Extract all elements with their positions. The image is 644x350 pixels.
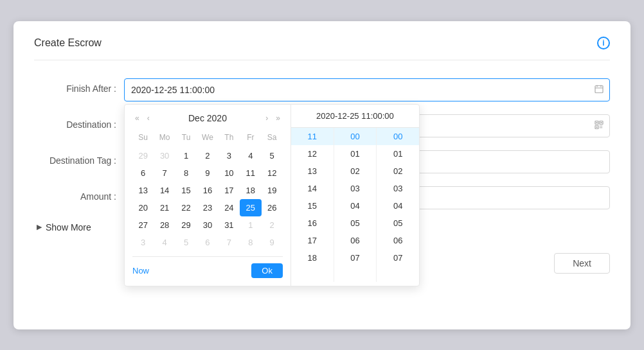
hours-col: 1112131415161718 xyxy=(291,128,334,282)
qr-icon[interactable] xyxy=(595,120,604,131)
cal-day[interactable]: 22 xyxy=(175,199,197,216)
cal-day[interactable]: 27 xyxy=(132,216,154,234)
cal-day[interactable]: 21 xyxy=(154,199,175,216)
calendar-icon[interactable] xyxy=(595,84,604,95)
cal-footer: Now Ok xyxy=(132,256,283,278)
next-btn-cal[interactable]: › xyxy=(263,112,271,124)
card-header: Create Escrow i xyxy=(34,37,610,60)
cal-day[interactable]: 16 xyxy=(197,182,218,199)
cal-day[interactable]: 1 xyxy=(175,147,197,164)
time-item[interactable]: 00 xyxy=(377,128,419,145)
time-item[interactable]: 13 xyxy=(291,162,334,180)
cal-day[interactable]: 25 xyxy=(240,199,261,216)
cal-day[interactable]: 6 xyxy=(132,164,154,182)
ok-btn[interactable]: Ok xyxy=(251,263,283,278)
weekday-label: Th xyxy=(219,130,240,144)
cal-day[interactable]: 9 xyxy=(197,164,218,182)
cal-day[interactable]: 4 xyxy=(154,234,175,251)
svg-rect-7 xyxy=(596,122,598,123)
cal-day[interactable]: 2 xyxy=(197,147,218,164)
time-item[interactable]: 05 xyxy=(377,214,419,232)
cal-day[interactable]: 19 xyxy=(262,182,283,199)
cal-day[interactable]: 3 xyxy=(219,147,240,164)
cal-day[interactable]: 13 xyxy=(132,182,154,199)
now-btn[interactable]: Now xyxy=(132,266,149,276)
cal-day[interactable]: 7 xyxy=(219,234,240,251)
cal-day[interactable]: 5 xyxy=(262,147,283,164)
prev-btn[interactable]: ‹ xyxy=(145,112,152,124)
weekday-label: Su xyxy=(132,130,154,144)
cal-day[interactable]: 6 xyxy=(197,234,218,251)
svg-rect-11 xyxy=(602,125,603,127)
time-item[interactable]: 04 xyxy=(377,197,419,214)
cal-weekdays: SuMoTuWeThFrSa xyxy=(132,130,283,144)
time-item[interactable]: 17 xyxy=(291,232,334,249)
cal-nav: « ‹ Dec 2020 › » xyxy=(132,112,283,124)
weekday-label: Mo xyxy=(154,130,175,144)
time-item[interactable]: 14 xyxy=(291,180,334,197)
cal-day[interactable]: 30 xyxy=(197,216,218,234)
cal-day[interactable]: 3 xyxy=(132,234,154,251)
cal-day[interactable]: 11 xyxy=(240,164,261,182)
cal-day[interactable]: 9 xyxy=(262,234,283,251)
cal-day[interactable]: 30 xyxy=(154,147,175,164)
time-item[interactable]: 00 xyxy=(334,128,377,145)
time-item[interactable]: 01 xyxy=(377,145,419,162)
time-item[interactable]: 03 xyxy=(334,180,377,197)
time-item[interactable]: 07 xyxy=(377,249,419,267)
destination-tag-label: Destination Tag : xyxy=(34,150,124,166)
time-item[interactable]: 04 xyxy=(334,197,377,214)
weekday-label: Tu xyxy=(175,130,197,144)
cal-day[interactable]: 24 xyxy=(219,199,240,216)
cal-day[interactable]: 12 xyxy=(262,164,283,182)
cal-day[interactable]: 4 xyxy=(240,147,261,164)
cal-day[interactable]: 20 xyxy=(132,199,154,216)
time-item[interactable]: 05 xyxy=(334,214,377,232)
show-more-label: Show More xyxy=(46,222,91,232)
cal-day[interactable]: 14 xyxy=(154,182,175,199)
time-item[interactable]: 18 xyxy=(291,249,334,267)
cal-day[interactable]: 15 xyxy=(175,182,197,199)
time-item[interactable]: 11 xyxy=(291,128,334,145)
time-item[interactable]: 02 xyxy=(377,162,419,180)
time-item[interactable]: 06 xyxy=(334,232,377,249)
finish-after-input[interactable] xyxy=(124,78,610,101)
svg-rect-10 xyxy=(600,125,601,127)
cal-day[interactable]: 5 xyxy=(175,234,197,251)
cal-day[interactable]: 18 xyxy=(240,182,261,199)
minutes-col: 0001020304050607 xyxy=(334,128,377,282)
svg-rect-12 xyxy=(600,127,601,128)
cal-day[interactable]: 26 xyxy=(262,199,283,216)
card-title: Create Escrow xyxy=(34,37,102,49)
calendar-popup: « ‹ Dec 2020 › » SuMoTuWeThFrSa 29301234… xyxy=(124,104,420,286)
cal-day[interactable]: 1 xyxy=(240,216,261,234)
time-item[interactable]: 15 xyxy=(291,197,334,214)
cal-day[interactable]: 29 xyxy=(175,216,197,234)
cal-day[interactable]: 31 xyxy=(219,216,240,234)
cal-day[interactable]: 7 xyxy=(154,164,175,182)
next-next-btn[interactable]: » xyxy=(273,112,283,124)
prev-prev-btn[interactable]: « xyxy=(132,112,142,124)
time-item[interactable]: 01 xyxy=(334,145,377,162)
time-item[interactable]: 06 xyxy=(377,232,419,249)
cal-day[interactable]: 8 xyxy=(175,164,197,182)
time-item[interactable]: 12 xyxy=(291,145,334,162)
next-button[interactable]: Next xyxy=(554,253,610,274)
cal-day[interactable]: 10 xyxy=(219,164,240,182)
time-item[interactable]: 03 xyxy=(377,180,419,197)
amount-label: Amount : xyxy=(34,186,124,202)
cal-day[interactable]: 8 xyxy=(240,234,261,251)
info-icon[interactable]: i xyxy=(597,37,610,49)
cal-day[interactable]: 2 xyxy=(262,216,283,234)
finish-after-row: Finish After : « ‹ Dec 2020 xyxy=(34,78,610,101)
weekday-label: Fr xyxy=(240,130,261,144)
finish-after-control: « ‹ Dec 2020 › » SuMoTuWeThFrSa 29301234… xyxy=(124,78,610,101)
cal-day[interactable]: 23 xyxy=(197,199,218,216)
time-item[interactable]: 02 xyxy=(334,162,377,180)
time-item[interactable]: 07 xyxy=(334,249,377,267)
cal-day[interactable]: 29 xyxy=(132,147,154,164)
time-picker: 2020-12-25 11:00:00 1112131415161718 000… xyxy=(291,105,419,286)
time-item[interactable]: 16 xyxy=(291,214,334,232)
cal-day[interactable]: 17 xyxy=(219,182,240,199)
cal-day[interactable]: 28 xyxy=(154,216,175,234)
